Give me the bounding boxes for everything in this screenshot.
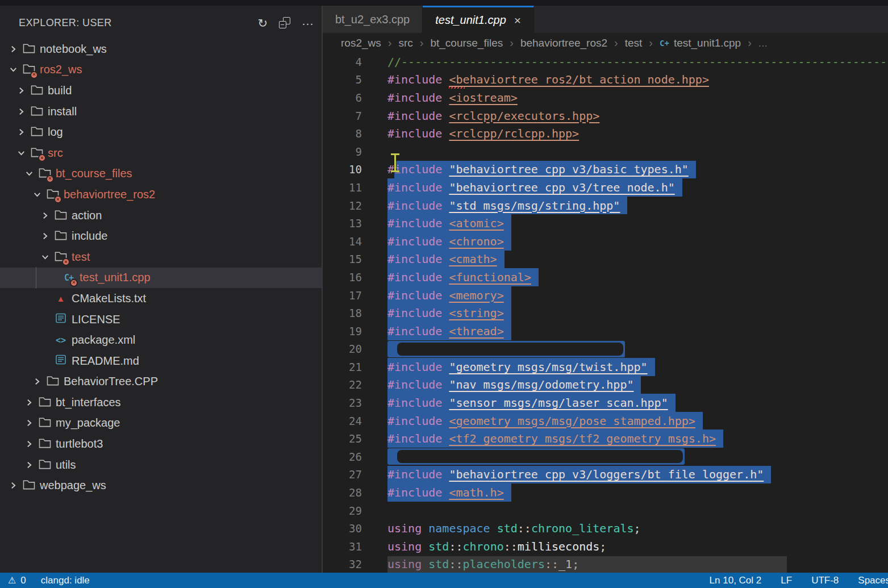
line-number: 9 <box>323 145 375 158</box>
tree-item-install[interactable]: install <box>0 101 322 122</box>
chevron-down-icon[interactable] <box>39 252 51 262</box>
eol-indicator[interactable]: LF <box>781 575 792 586</box>
tree-item-cmakelists-txt[interactable]: ▲CMakeLists.txt <box>0 288 322 309</box>
clangd-status[interactable]: clangd: idle <box>41 575 90 586</box>
tree-item-notebook-ws[interactable]: notebook_ws <box>0 39 322 60</box>
chevron-right-icon[interactable] <box>23 439 35 449</box>
tree-item-include[interactable]: include <box>0 226 322 247</box>
chevron-right-icon[interactable] <box>15 107 27 116</box>
tree-item-readme-md[interactable]: README.md <box>0 351 322 372</box>
tree-item-test[interactable]: ×test <box>0 247 322 268</box>
tree-item-log[interactable]: log <box>0 122 322 143</box>
code-line-21: 21#include "geometry_msgs/msg/twist.hpp" <box>323 358 888 376</box>
git-modified-badge: × <box>70 279 78 287</box>
tree-item-utils[interactable]: utils <box>0 454 322 476</box>
encoding-indicator[interactable]: UTF-8 <box>811 575 839 586</box>
breadcrumb-item-bt-course-files[interactable]: bt_course_files <box>430 37 503 49</box>
line-number: 14 <box>323 235 375 248</box>
cursor-position[interactable]: Ln 10, Col 2 <box>710 575 762 586</box>
breadcrumb-item-ros2-ws[interactable]: ros2_ws <box>341 37 381 49</box>
code-line-23: 23#include "sensor_msgs/msg/laser_scan.h… <box>323 394 888 412</box>
more-actions-icon[interactable]: ··· <box>302 17 314 29</box>
tree-item-package-xml[interactable]: <>package.xml <box>0 330 322 351</box>
folder-icon <box>39 396 51 409</box>
tab-bt-u2-ex3-cpp[interactable]: bt_u2_ex3.cpp <box>323 6 423 33</box>
chevron-right-icon[interactable] <box>23 460 35 470</box>
line-number: 23 <box>323 397 375 409</box>
line-content: #include "sensor_msgs/msg/laser_scan.hpp… <box>375 394 888 412</box>
tree-item-bt-course-files[interactable]: ×bt_course_files <box>0 164 322 185</box>
tree-item-action[interactable]: action <box>0 205 322 226</box>
folder-icon <box>39 416 51 429</box>
code-token: "behaviortree_cpp_v3/basic_types.h" <box>449 162 688 176</box>
tree-item-license[interactable]: LICENSE <box>0 309 322 330</box>
tree-item-behaviortree-ros2[interactable]: ×behaviortree_ros2 <box>0 184 322 205</box>
breadcrumb-item-src[interactable]: src <box>398 37 412 49</box>
xml-file-icon: <> <box>56 335 66 345</box>
tree-item-my-package[interactable]: my_package <box>0 413 322 434</box>
empty-line-selection <box>387 448 685 465</box>
tree-item-label: install <box>48 105 77 118</box>
line-content <box>375 340 888 358</box>
code-token: :: <box>518 522 531 535</box>
editor-pane: bt_u2_ex3.cpptest_unit1.cpp× ros2_ws›src… <box>323 0 888 573</box>
tree-item-src[interactable]: ×src <box>0 143 322 164</box>
breadcrumb-item-behaviortree-ros2[interactable]: behaviortree_ros2 <box>520 37 607 49</box>
breadcrumb-item-test[interactable]: test <box>625 37 643 49</box>
tree-item-webpage-ws[interactable]: webpage_ws <box>0 475 322 496</box>
line-number: 17 <box>323 289 375 302</box>
tree-item-ros2-ws[interactable]: ×ros2_ws <box>0 60 322 81</box>
chevron-right-icon[interactable] <box>23 398 35 407</box>
tree-item-bt-interfaces[interactable]: bt_interfaces <box>0 392 322 413</box>
code-line-11: 11#include "behaviortree_cpp_v3/tree_nod… <box>323 178 888 197</box>
code-line-31: 31using std::chrono::milliseconds; <box>323 537 888 556</box>
chevron-right-icon[interactable] <box>15 86 27 95</box>
line-number: 21 <box>323 361 375 373</box>
line-content: #include <string> <box>375 304 888 322</box>
chevron-right-icon[interactable] <box>15 127 27 137</box>
tree-item-label: log <box>48 126 63 139</box>
tab-label: bt_u2_ex3.cpp <box>335 13 410 26</box>
tree-item-test-unit1-cpp[interactable]: C+×test_unit1.cpp <box>0 268 322 289</box>
breadcrumb-separator: › <box>388 36 392 49</box>
code-token: <geometry_msgs/msg/pose_stamped.hpp> <box>449 414 695 428</box>
indentation-indicator[interactable]: Spaces <box>858 575 888 586</box>
code-token: #include <box>387 270 449 284</box>
chevron-right-icon[interactable] <box>39 231 51 241</box>
breadcrumb-more[interactable]: ... <box>758 37 768 49</box>
line-number: 6 <box>323 91 375 104</box>
tree-item-behaviortree-cpp[interactable]: BehaviorTree.CPP <box>0 372 322 393</box>
close-icon[interactable]: × <box>514 14 521 26</box>
breadcrumb-separator: › <box>510 36 514 49</box>
chevron-down-icon[interactable] <box>23 169 35 178</box>
tree-item-build[interactable]: build <box>0 80 322 101</box>
problems-indicator[interactable]: ⚠ 0 <box>8 575 26 586</box>
breadcrumb-item-test-unit1-cpp[interactable]: test_unit1.cpp <box>674 37 741 49</box>
chevron-right-icon[interactable] <box>7 481 19 490</box>
code-token <box>422 522 428 535</box>
chevron-right-icon[interactable] <box>23 418 35 428</box>
code-line-9: 9 <box>323 143 888 161</box>
chevron-right-icon[interactable] <box>7 44 19 54</box>
chevron-down-icon[interactable] <box>15 148 27 158</box>
code-line-5: 5#include <behaviortree_ros2/bt_action_n… <box>323 71 888 89</box>
tree-item-label: webpage_ws <box>40 479 106 492</box>
folder-icon <box>31 105 43 118</box>
tree-item-turtlebot3[interactable]: turtlebot3 <box>0 433 322 454</box>
code-token <box>490 522 497 535</box>
line-number: 27 <box>323 468 375 481</box>
code-editor[interactable]: 4//-------------------------------------… <box>323 53 888 573</box>
chevron-down-icon[interactable] <box>7 65 19 74</box>
line-content: #include "behaviortree_cpp_v3/basic_type… <box>375 161 888 179</box>
line-number: 22 <box>323 378 375 391</box>
code-token: #include <box>387 289 449 302</box>
line-number: 18 <box>323 307 375 319</box>
collapse-all-icon[interactable] <box>279 17 290 28</box>
refresh-icon[interactable]: ↻ <box>257 17 268 29</box>
chevron-right-icon[interactable] <box>39 211 51 220</box>
chevron-down-icon[interactable] <box>31 190 43 199</box>
chevron-right-icon[interactable] <box>31 377 43 386</box>
code-token: "geometry_msgs/msg/twist.hpp" <box>449 360 647 374</box>
tab-test-unit1-cpp[interactable]: test_unit1.cpp× <box>423 6 534 33</box>
code-line-29: 29 <box>323 502 888 520</box>
